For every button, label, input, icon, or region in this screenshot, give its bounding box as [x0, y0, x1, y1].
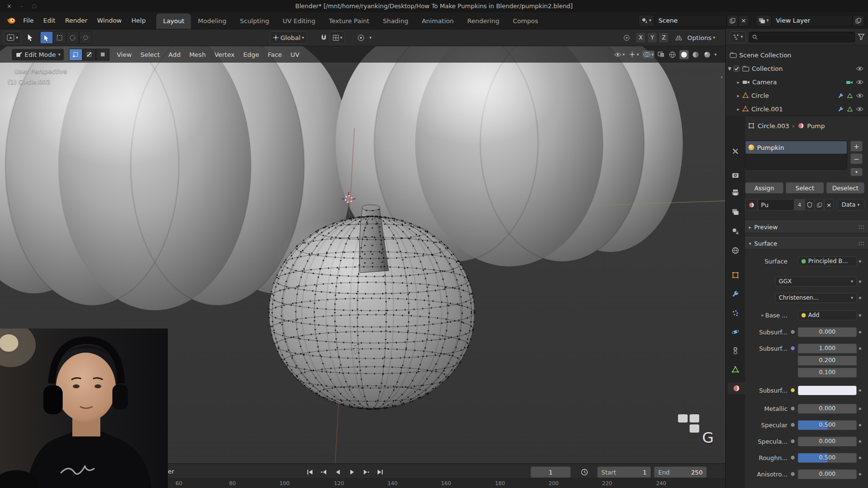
select-lasso-tool-button[interactable] [79, 31, 92, 44]
snap-target-dropdown[interactable]: ▾ [330, 31, 346, 44]
decorator-dot[interactable] [857, 347, 863, 350]
specular-tint-slider[interactable]: 0.000 [798, 436, 857, 447]
expand-icon[interactable]: ▸ [734, 93, 742, 98]
metallic-slider[interactable]: 0.000 [798, 404, 857, 414]
expand-icon[interactable]: ▸ [734, 79, 742, 85]
tab-shading[interactable]: Shading [376, 13, 415, 29]
filter-icon[interactable] [858, 34, 865, 40]
proportional-editing-button[interactable] [355, 31, 367, 44]
tab-layout[interactable]: Layout [156, 13, 191, 29]
tab-particles[interactable] [730, 307, 741, 319]
camera-data-icon[interactable] [846, 79, 853, 85]
options-dropdown[interactable]: Options ▾ [685, 31, 718, 44]
roughness-slider[interactable]: 0.500 [798, 453, 857, 463]
modifier-icon[interactable] [838, 106, 844, 112]
tab-sculpting[interactable]: Sculpting [233, 13, 276, 29]
transform-pivot-icon[interactable] [621, 31, 633, 44]
menu-mesh[interactable]: Mesh [185, 49, 210, 60]
select-circle-tool-button[interactable] [66, 31, 79, 44]
clock-icon[interactable] [581, 468, 588, 476]
snap-toggle-button[interactable] [318, 31, 330, 44]
maximize-button[interactable]: ▢ [28, 3, 41, 9]
sidebar-toggle-arrow[interactable]: ‹ [720, 73, 723, 80]
menu-add[interactable]: Add [164, 49, 185, 60]
decorator-dot[interactable] [857, 331, 863, 333]
edge-select-button[interactable] [82, 49, 96, 61]
tab-render[interactable] [730, 170, 741, 181]
decorator-dot[interactable] [857, 280, 863, 283]
tab-material[interactable] [728, 382, 745, 394]
snake-hook-icon[interactable] [673, 31, 685, 44]
next-keyframe-button[interactable] [360, 467, 372, 477]
vertex-select-button[interactable] [69, 49, 82, 61]
remove-slot-button[interactable]: − [850, 153, 863, 164]
tab-world[interactable] [730, 245, 741, 256]
decorator-dot[interactable] [857, 389, 863, 392]
menu-vertex[interactable]: Vertex [210, 49, 239, 60]
hide-eye-icon[interactable] [856, 106, 864, 112]
expand-icon[interactable]: ▼ [726, 66, 733, 71]
outliner-row-collection[interactable]: ▼ Collection [726, 62, 868, 75]
shading-solid-button[interactable] [679, 50, 689, 59]
active-tool-button[interactable] [24, 31, 36, 44]
unlink-material-button[interactable]: × [824, 199, 834, 211]
new-material-button[interactable] [814, 199, 824, 211]
menu-edit[interactable]: Edit [39, 15, 60, 26]
xray-toggle[interactable] [657, 51, 665, 58]
menu-view[interactable]: View [112, 49, 136, 60]
radius-x-slider[interactable]: 1.000 [798, 343, 857, 354]
tab-rendering[interactable]: Rendering [461, 13, 506, 29]
subsurface-slider[interactable]: 0.000 [798, 327, 857, 337]
outliner-row-camera[interactable]: ▸ Camera [726, 75, 868, 89]
current-frame-field[interactable]: 1 [530, 466, 571, 478]
outliner-editor-type-button[interactable]: ▾ [730, 31, 746, 43]
tab-texture-paint[interactable]: Texture Paint [322, 13, 376, 29]
mirror-z-toggle[interactable]: Z [659, 32, 669, 43]
mirror-y-toggle[interactable]: Y [647, 32, 657, 43]
menu-window[interactable]: Window [92, 15, 126, 26]
proportional-falloff-dropdown[interactable]: ▾ [367, 31, 374, 44]
gizmos-dropdown[interactable]: ▾ [628, 50, 640, 59]
editor-type-button[interactable]: ▾ [4, 31, 21, 44]
decorator-dot[interactable] [857, 457, 863, 459]
select-box-tool-button[interactable] [53, 31, 66, 44]
outliner-row-circle[interactable]: ▸ Circle [726, 89, 868, 102]
overlays-dropdown[interactable]: ▾ [642, 51, 655, 58]
panel-preview[interactable]: ▸ Preview [745, 221, 868, 233]
close-button[interactable]: × [3, 3, 15, 10]
jump-to-start-button[interactable] [304, 467, 316, 477]
tab-object-data[interactable] [730, 364, 741, 375]
tweak-tool-button[interactable] [40, 31, 53, 44]
panel-surface[interactable]: ▾ Surface [745, 237, 868, 250]
subsurface-method-dropdown[interactable]: Christensen... ▾ [775, 293, 857, 303]
hide-eye-icon[interactable] [856, 93, 864, 98]
outliner-search-box[interactable] [749, 32, 855, 42]
tab-object[interactable] [730, 269, 741, 281]
base-color-widget[interactable]: Add [798, 310, 857, 320]
slot-specials-dropdown[interactable]: ▾ [850, 168, 863, 176]
timeline-menu-remnant[interactable]: er [168, 468, 174, 475]
decorator-dot[interactable] [857, 440, 863, 443]
mesh-data-icon[interactable] [847, 92, 853, 99]
minimize-button[interactable]: – [15, 3, 28, 9]
scene-name-field[interactable]: Scene [654, 15, 727, 26]
decorator-dot[interactable] [857, 314, 863, 317]
scene-browse-button[interactable]: ▾ [638, 15, 654, 26]
material-slot-list[interactable]: Pumpkin [745, 141, 847, 170]
specular-slider[interactable]: 0.500 [798, 420, 857, 430]
tab-constraints[interactable] [730, 345, 741, 356]
grip-icon[interactable] [858, 225, 864, 229]
play-button[interactable] [346, 467, 358, 477]
jump-to-end-button[interactable] [374, 467, 386, 477]
anisotropic-slider[interactable]: 0.000 [798, 469, 857, 479]
tab-tool[interactable] [730, 145, 741, 157]
breadcrumb-material[interactable]: Pump [807, 122, 825, 130]
material-name-field[interactable]: Pu [758, 199, 794, 211]
tab-output[interactable] [730, 187, 741, 198]
menu-file[interactable]: File [18, 15, 39, 26]
blender-logo-icon[interactable] [4, 15, 18, 26]
decorator-dot[interactable] [857, 473, 863, 475]
shading-material-button[interactable] [691, 50, 700, 59]
end-frame-field[interactable]: End 250 [654, 466, 707, 478]
tab-modifiers[interactable] [730, 288, 741, 300]
